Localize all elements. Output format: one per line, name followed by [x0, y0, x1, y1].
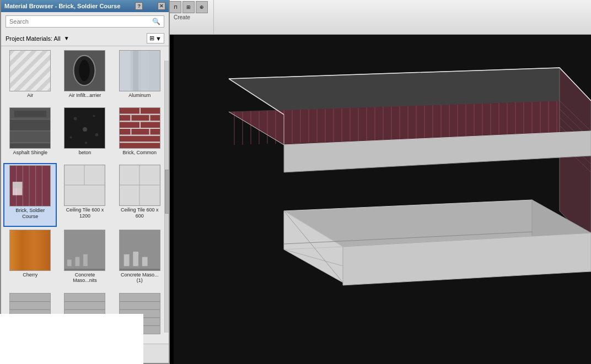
svg-rect-131	[84, 254, 88, 265]
material-item-air[interactable]: Air	[3, 48, 57, 105]
svg-rect-104	[139, 122, 141, 128]
material-item-air-infiltration[interactable]: Air Infilt...arrier	[58, 48, 111, 105]
mb-title: Material Browser - Brick, Soldier Course	[4, 3, 120, 9]
svg-point-83	[74, 117, 77, 121]
mb-filter-dropdown-arrow[interactable]: ▼	[64, 35, 69, 41]
material-thumb-aluminum	[119, 50, 160, 91]
material-item-aluminum[interactable]: Aluminum	[113, 48, 166, 105]
svg-rect-80	[10, 143, 50, 144]
svg-rect-127	[10, 230, 50, 270]
svg-rect-99	[120, 135, 160, 136]
material-item-asphalt-shingle[interactable]: Asphalt Shingle	[3, 106, 57, 162]
svg-rect-71	[120, 51, 130, 91]
mb-close-button[interactable]: ✕	[158, 2, 165, 10]
scrollbar-track[interactable]	[164, 61, 169, 333]
svg-rect-94	[120, 136, 160, 142]
svg-rect-95	[120, 143, 160, 149]
svg-point-86	[70, 137, 72, 139]
mb-filter-row: Project Materials: All ▼ ⊞ ▼	[1, 31, 169, 46]
svg-rect-76	[10, 119, 50, 120]
material-thumb-ceiling-600	[119, 165, 160, 206]
svg-rect-98	[120, 128, 160, 129]
viewport	[174, 35, 591, 364]
svg-point-69	[79, 60, 90, 82]
grid-icon: ⊞	[149, 35, 154, 42]
material-thumb-concrete-maso	[64, 230, 105, 271]
svg-point-84	[93, 115, 95, 117]
material-label-beton: beton	[79, 150, 92, 156]
comp-icon[interactable]: ⊕	[196, 1, 208, 13]
material-browser-titlebar: Material Browser - Brick, Soldier Course…	[1, 0, 169, 12]
material-item-ceiling-1200[interactable]: Ceiling Tile 600 x 1200	[58, 163, 111, 226]
material-item-concrete-maso[interactable]: Concrete Maso...nits	[58, 228, 111, 290]
svg-rect-102	[130, 115, 131, 121]
svg-rect-105	[130, 129, 131, 135]
material-thumb-air	[9, 50, 51, 91]
material-label-brick-common: Brick, Common	[123, 150, 157, 156]
material-item-brick-common[interactable]: Brick, Common	[113, 106, 166, 162]
mb-materials-grid: Air Air Infilt...arrier Alu	[1, 46, 169, 344]
material-thumb-concrete-maso-1	[119, 230, 160, 271]
material-thumb-ceiling-1200	[64, 165, 105, 206]
svg-rect-81	[14, 111, 46, 117]
svg-rect-73	[141, 51, 149, 91]
search-icon[interactable]: 🔍	[152, 18, 160, 25]
material-thumb-beton	[64, 107, 105, 149]
svg-rect-77	[10, 120, 50, 131]
mb-grid-view-button[interactable]: ⊞ ▼	[147, 33, 164, 44]
material-item-concrete-maso-1[interactable]: Concrete Maso... (1)	[113, 228, 166, 290]
material-label-concrete-maso: Concrete Maso...nits	[63, 272, 107, 284]
svg-rect-93	[120, 129, 160, 135]
svg-rect-136	[142, 257, 148, 266]
material-thumb-cherry	[9, 230, 51, 271]
svg-rect-114	[13, 182, 23, 189]
search-input[interactable]	[9, 18, 152, 25]
mb-help-button[interactable]: ?	[135, 2, 143, 10]
grid-dropdown-arrow: ▼	[155, 35, 162, 42]
svg-point-88	[85, 142, 87, 144]
mb-search-row: 🔍	[1, 12, 169, 31]
svg-rect-134	[124, 254, 130, 265]
svg-point-87	[95, 133, 99, 137]
window-icon[interactable]: ⊞	[182, 1, 195, 13]
svg-rect-106	[149, 129, 150, 135]
material-label-ceiling-600: Ceiling Tile 600 x 600	[117, 207, 162, 219]
create-label: Create	[174, 14, 190, 20]
door-icon[interactable]: ⊓	[169, 1, 181, 13]
svg-rect-129	[67, 259, 72, 266]
scrollbar-thumb[interactable]	[165, 170, 169, 214]
svg-rect-97	[120, 121, 160, 122]
svg-rect-100	[120, 142, 160, 143]
svg-rect-96	[120, 114, 160, 115]
material-label-air: Air	[27, 93, 33, 99]
svg-rect-137	[120, 269, 160, 270]
mb-filter-label: Project Materials: All	[6, 35, 61, 42]
svg-rect-103	[149, 115, 150, 121]
material-thumb-asphalt	[9, 107, 51, 149]
material-item-ceiling-600[interactable]: Ceiling Tile 600 x 600	[113, 163, 166, 226]
viewport-3d	[174, 35, 591, 364]
svg-rect-135	[133, 251, 138, 265]
material-label-air-infiltration: Air Infilt...arrier	[69, 93, 101, 99]
material-label-brick-soldier: Brick, Soldier Course	[8, 208, 52, 220]
svg-rect-91	[120, 115, 160, 121]
svg-rect-78	[10, 131, 50, 132]
mb-search-box: 🔍	[6, 15, 164, 28]
material-label-concrete-maso-1: Concrete Maso... (1)	[117, 272, 162, 284]
svg-rect-130	[76, 257, 80, 266]
material-item-brick-soldier[interactable]: Brick, Soldier Course	[3, 163, 57, 226]
material-browser-panel: Material Browser - Brick, Soldier Course…	[0, 0, 170, 364]
material-item-beton[interactable]: beton	[58, 106, 111, 162]
material-thumb-brick-soldier	[9, 165, 51, 207]
material-thumb-air-infiltration	[64, 50, 105, 91]
svg-rect-72	[133, 51, 138, 91]
material-label-cherry: Cherry	[23, 272, 37, 278]
svg-rect-101	[139, 108, 141, 114]
material-label-asphalt: Asphalt Shingle	[13, 150, 47, 156]
material-label-ceiling-1200: Ceiling Tile 600 x 1200	[63, 207, 107, 219]
material-item-cherry[interactable]: Cherry	[3, 228, 57, 290]
material-thumb-brick-common	[119, 107, 160, 149]
svg-point-85	[83, 127, 88, 132]
bottom-panel	[0, 314, 143, 364]
svg-rect-132	[65, 269, 105, 270]
